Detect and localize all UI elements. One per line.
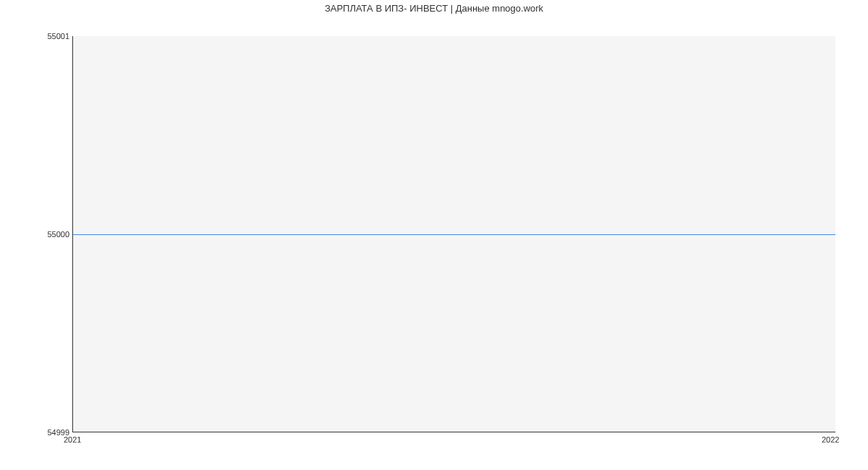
data-line [73,234,835,235]
y-tick-mid: 55000 [4,230,69,239]
chart-container: ЗАРПЛАТА В ИПЗ- ИНВЕСТ | Данные mnogo.wo… [0,0,868,470]
y-tick-bottom: 54999 [4,428,69,437]
x-tick-right: 2022 [822,435,839,444]
x-tick-left: 2021 [64,435,81,444]
plot-area [72,36,835,432]
chart-title: ЗАРПЛАТА В ИПЗ- ИНВЕСТ | Данные mnogo.wo… [0,3,868,14]
y-tick-top: 55001 [4,32,69,40]
